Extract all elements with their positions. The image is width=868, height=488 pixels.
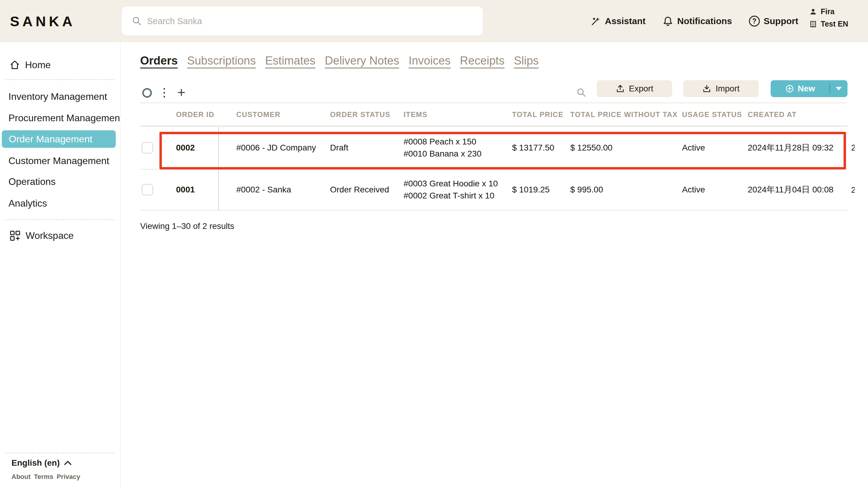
item-line: #0003 Great Hoodie x 10 — [404, 178, 510, 190]
header-total-price: TOTAL PRICE — [512, 110, 570, 119]
organization-icon — [809, 21, 817, 28]
cell-customer: #0006 - JD Company — [236, 143, 330, 153]
user-org-row: Test EN — [809, 20, 848, 28]
sidebar-item-inventory-management[interactable]: Inventory Management — [8, 91, 107, 102]
assistant-label: Assistant — [605, 16, 646, 26]
sidebar-divider — [5, 453, 115, 453]
export-icon — [616, 84, 625, 93]
about-link[interactable]: About — [11, 473, 31, 481]
orders-table: ORDER ID CUSTOMER ORDER STATUS ITEMS TOT… — [140, 103, 847, 210]
brand-logo: SANKA — [10, 0, 75, 42]
person-icon — [809, 8, 817, 16]
user-menu[interactable]: Fira Test EN — [809, 7, 848, 28]
sidebar-item-home[interactable]: Home — [10, 59, 51, 70]
home-icon — [10, 60, 20, 70]
header-items: ITEMS — [404, 110, 512, 119]
more-options-icon[interactable]: ⋮ — [158, 87, 170, 98]
new-button: New — [771, 80, 847, 97]
sidebar-item-label: Customer Management — [8, 155, 109, 167]
global-search[interactable] — [122, 7, 483, 36]
tab-invoices[interactable]: Invoices — [409, 54, 451, 67]
sidebar-item-customer-management[interactable]: Customer Management — [8, 155, 109, 167]
new-button-caret[interactable] — [830, 80, 847, 97]
sidebar-item-label: Order Management — [9, 134, 92, 145]
cell-items: #0008 Peach x 150 #0010 Banana x 230 — [404, 136, 512, 160]
question-icon: ? — [749, 16, 760, 27]
sidebar-item-procurement-management[interactable]: Procurement Management — [8, 113, 121, 124]
sidebar-item-label: Home — [25, 59, 51, 70]
export-button[interactable]: Export — [597, 80, 672, 97]
item-line: #0010 Banana x 230 — [404, 148, 510, 160]
question-glyph: ? — [752, 17, 756, 25]
order-row[interactable]: 0002 #0006 - JD Company Draft #0008 Peac… — [140, 126, 847, 170]
tab-slips[interactable]: Slips — [514, 54, 538, 67]
language-selector[interactable]: English (en) — [11, 458, 72, 468]
tab-subscriptions[interactable]: Subscriptions — [187, 54, 256, 67]
document-tabs: Orders Subscriptions Estimates Delivery … — [140, 54, 538, 67]
privacy-link[interactable]: Privacy — [57, 473, 80, 481]
sidebar: Home Inventory Management Procurement Ma… — [0, 42, 121, 488]
row-checkbox[interactable] — [142, 142, 153, 153]
cell-items: #0003 Great Hoodie x 10 #0002 Great T-sh… — [404, 178, 512, 202]
import-label: Import — [715, 84, 739, 93]
header-order-status: ORDER STATUS — [330, 110, 404, 119]
top-bar: SANKA Assistant — [0, 0, 868, 42]
notifications-button[interactable]: Notifications — [662, 16, 732, 27]
sidebar-item-order-management[interactable]: Order Management — [2, 130, 116, 148]
bell-icon — [662, 16, 673, 27]
sidebar-item-label: Workspace — [26, 230, 73, 241]
item-line: #0008 Peach x 150 — [404, 136, 510, 148]
view-circle-icon[interactable] — [142, 88, 152, 98]
header-order-id: ORDER ID — [176, 110, 236, 119]
sidebar-item-label: Procurement Management — [8, 113, 121, 124]
sidebar-item-label: Inventory Management — [8, 91, 107, 102]
sidebar-item-label: Analytics — [8, 198, 47, 209]
tab-orders[interactable]: Orders — [140, 54, 178, 67]
tab-estimates[interactable]: Estimates — [265, 54, 315, 67]
header-created-at: CREATED AT — [748, 110, 847, 119]
cell-usage-status: Active — [682, 185, 748, 195]
sidebar-item-operations[interactable]: Operations — [8, 176, 56, 187]
search-icon — [132, 16, 142, 26]
user-name-row: Fira — [809, 7, 848, 16]
table-header-row: ORDER ID CUSTOMER ORDER STATUS ITEMS TOT… — [140, 103, 847, 126]
assistant-button[interactable]: Assistant — [590, 16, 646, 27]
order-row[interactable]: 0001 #0002 - Sanka Order Received #0003 … — [140, 170, 847, 210]
language-label: English (en) — [11, 458, 60, 468]
new-button-main[interactable]: New — [771, 80, 830, 97]
cell-customer: #0002 - Sanka — [236, 185, 330, 195]
cell-order-id: 0001 — [176, 185, 236, 195]
assistant-icon — [590, 16, 601, 27]
cell-order-status: Draft — [330, 143, 404, 153]
sidebar-divider — [5, 79, 115, 80]
table-search-icon[interactable] — [576, 87, 587, 98]
clipped-next-column: 2024 — [851, 184, 855, 196]
import-button[interactable]: Import — [683, 80, 758, 97]
sidebar-item-analytics[interactable]: Analytics — [8, 198, 47, 209]
tab-receipts[interactable]: Receipts — [460, 54, 504, 67]
results-count: Viewing 1–30 of 2 results — [140, 221, 234, 231]
cell-usage-status: Active — [682, 143, 748, 153]
search-input[interactable] — [147, 16, 461, 26]
workspace-grid-icon — [10, 230, 21, 241]
cell-total-price-without-tax: $ 995.00 — [570, 185, 682, 195]
cell-total-price-without-tax: $ 12550.00 — [570, 143, 682, 153]
main-content: Orders Subscriptions Estimates Delivery … — [121, 42, 868, 488]
add-view-icon[interactable]: + — [177, 85, 185, 99]
sidebar-divider — [5, 219, 115, 220]
tab-delivery-notes[interactable]: Delivery Notes — [325, 54, 399, 67]
row-checkbox[interactable] — [142, 184, 153, 196]
cell-total-price: $ 1019.25 — [512, 185, 570, 195]
support-button[interactable]: ? Support — [749, 16, 798, 27]
item-line: #0002 Great T-shirt x 10 — [404, 190, 510, 202]
sidebar-item-workspace[interactable]: Workspace — [10, 230, 73, 241]
cell-order-status: Order Received — [330, 185, 404, 195]
plus-circle-icon — [785, 84, 794, 93]
header-customer: CUSTOMER — [236, 110, 330, 119]
sidebar-item-label: Operations — [8, 176, 56, 187]
caret-down-icon — [836, 87, 842, 90]
footer-links: About Terms Privacy — [11, 473, 80, 481]
header-usage-status: USAGE STATUS — [682, 110, 748, 119]
cell-order-id: 0002 — [176, 143, 236, 153]
terms-link[interactable]: Terms — [34, 473, 53, 481]
